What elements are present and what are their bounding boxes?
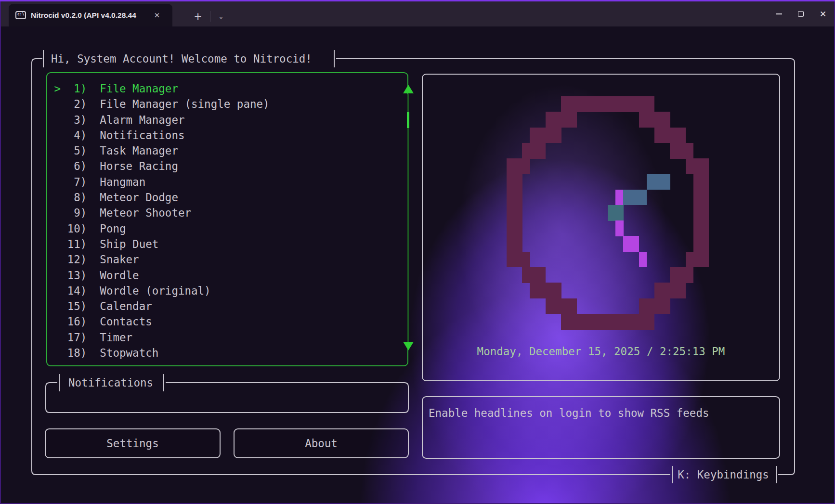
minimize-button[interactable] xyxy=(768,1,790,26)
clock-pixel-ring xyxy=(670,143,693,159)
terminal-content: Hi, System Account! Welcome to Nitrocid!… xyxy=(1,26,834,503)
clock-pixel-ring xyxy=(693,174,709,190)
tab-dropdown-button[interactable]: ⌄ xyxy=(212,8,230,25)
clock-pixel-ring xyxy=(686,252,709,268)
new-tab-button[interactable]: + xyxy=(189,8,207,25)
tab-title: Nitrocid v0.2.0 (API v4.0.28.44 xyxy=(31,11,150,20)
menu-item-15[interactable]: 15) Calendar xyxy=(48,298,403,314)
menu-item-16[interactable]: 16) Contacts xyxy=(48,314,403,329)
clock-pixel-ring xyxy=(507,220,522,236)
menu-item-1[interactable]: > 1) File Manager xyxy=(48,81,403,96)
terminal-tab[interactable]: c:\ Nitrocid v0.2.0 (API v4.0.28.44 ✕ xyxy=(9,4,172,26)
tab-close-icon[interactable]: ✕ xyxy=(150,9,164,22)
notifications-label: Notifications xyxy=(68,375,153,390)
clock-pixel-ring xyxy=(522,143,546,159)
clock-pixel-ring xyxy=(693,220,709,236)
scrollbar-thumb[interactable] xyxy=(407,112,409,128)
clock-pixel-ring xyxy=(639,298,670,314)
clock-pixel-ring xyxy=(561,314,654,330)
maximize-button[interactable] xyxy=(790,1,812,26)
menu-item-2[interactable]: 2) File Manager (single pane) xyxy=(48,96,403,112)
about-button[interactable]: About xyxy=(234,428,409,458)
menu-item-4[interactable]: 4) Notifications xyxy=(48,128,403,143)
clock-pixel-ring xyxy=(654,128,686,143)
clock-pixel-ring xyxy=(507,236,522,252)
menu-items: > 1) File Manager 2) File Manager (singl… xyxy=(48,81,403,361)
date-time-text: Monday, December 15, 2025 / 2:25:13 PM xyxy=(422,344,780,359)
clock-pixel-ring xyxy=(507,190,522,206)
menu-item-12[interactable]: 12) Snaker xyxy=(48,252,403,267)
clock-pixel-ring xyxy=(507,205,522,221)
clock-pixel-hour-hand xyxy=(608,205,624,221)
clock-pixel-ring xyxy=(654,283,686,298)
menu-item-5[interactable]: 5) Task Manager xyxy=(48,143,403,158)
clock-pixel-ring xyxy=(670,267,693,283)
scrollbar-track[interactable] xyxy=(407,94,409,343)
settings-button[interactable]: Settings xyxy=(45,428,221,458)
clock-pixel-ring xyxy=(546,298,577,314)
menu-item-8[interactable]: 8) Meteor Dodge xyxy=(48,190,403,205)
clock-pixel-ring xyxy=(693,236,709,252)
clock-pixel-minute-hand xyxy=(647,174,670,190)
clock-pixel-second-hand xyxy=(623,236,639,252)
clock-pixel-ring xyxy=(507,174,522,190)
greeting-title: Hi, System Account! Welcome to Nitrocid! xyxy=(51,51,312,66)
clock-pixel-ring xyxy=(693,190,709,206)
clock-pixel-ring xyxy=(546,112,577,128)
menu-item-3[interactable]: 3) Alarm Manager xyxy=(48,112,403,128)
tab-bar-separator xyxy=(210,11,210,22)
clock-pixel-ring xyxy=(530,128,561,143)
menu-item-9[interactable]: 9) Meteor Shooter xyxy=(48,205,403,220)
clock-pixel-ring xyxy=(561,96,654,112)
clock-pixel-ring xyxy=(522,267,546,283)
clock-pixel-ring xyxy=(686,158,709,174)
scroll-up-arrow-icon[interactable] xyxy=(403,85,414,93)
menu-item-6[interactable]: 6) Horse Racing xyxy=(48,158,403,174)
analog-clock-pixel-art xyxy=(507,96,709,330)
menu-item-18[interactable]: 18) Stopwatch xyxy=(48,345,403,361)
clock-pixel-second-hand xyxy=(639,252,647,268)
menu-item-13[interactable]: 13) Wordle xyxy=(48,268,403,283)
clock-pixel-minute-hand xyxy=(623,190,647,206)
menu-item-17[interactable]: 17) Timer xyxy=(48,330,403,345)
clock-pixel-second-hand xyxy=(615,190,624,206)
rss-headline-text: Enable headlines on login to show RSS fe… xyxy=(429,405,709,421)
clock-pixel-second-hand xyxy=(615,220,624,236)
menu-item-10[interactable]: 10) Pong xyxy=(48,221,403,236)
window-controls: ✕ xyxy=(768,1,834,26)
close-button[interactable]: ✕ xyxy=(812,1,834,26)
keybindings-hint: K: Keybindings xyxy=(674,467,772,482)
clock-pixel-ring xyxy=(639,112,670,128)
clock-pixel-ring xyxy=(530,283,561,298)
menu-item-7[interactable]: 7) Hangman xyxy=(48,174,403,190)
clock-pixel-ring xyxy=(507,252,530,268)
terminal-window: c:\ Nitrocid v0.2.0 (API v4.0.28.44 ✕ + … xyxy=(0,0,835,504)
menu-item-11[interactable]: 11) Ship Duet xyxy=(48,236,403,252)
titlebar: c:\ Nitrocid v0.2.0 (API v4.0.28.44 ✕ + … xyxy=(1,1,834,26)
menu-item-14[interactable]: 14) Wordle (original) xyxy=(48,283,403,298)
interactive-choice-list[interactable]: > 1) File Manager 2) File Manager (singl… xyxy=(46,72,408,366)
clock-pixel-ring xyxy=(693,205,709,221)
command-prompt-icon: c:\ xyxy=(15,11,26,19)
scroll-down-arrow-icon[interactable] xyxy=(403,342,414,350)
clock-pixel-ring xyxy=(507,158,530,174)
